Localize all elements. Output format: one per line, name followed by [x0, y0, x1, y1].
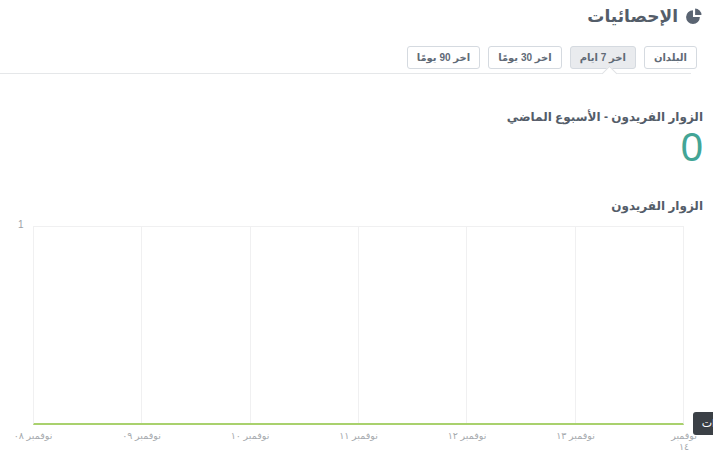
- time-range-button-2[interactable]: اخر 30 يومًا: [488, 46, 562, 69]
- summary-value: 0: [507, 126, 703, 168]
- page-header: الإحصائيات: [587, 6, 702, 27]
- time-range-button-3[interactable]: اخر 90 يومًا: [407, 46, 481, 69]
- grid-cell: [576, 227, 683, 423]
- x-axis-label: نوفمبر ١٢: [448, 430, 487, 441]
- summary-title: الزوار الفريدون - الأسبوع الماضي: [507, 110, 703, 124]
- time-range-button-1[interactable]: اخر 7 ايام: [570, 46, 636, 69]
- cutoff-tooltip[interactable]: دات: [693, 412, 713, 435]
- summary-section: الزوار الفريدون - الأسبوع الماضي 0: [507, 110, 703, 168]
- y-axis-tick: 1: [18, 219, 24, 230]
- unique-visitors-chart: 1 نوفمبر ٠٨نوفمبر ٠٩نوفمبر ١٠نوفمبر ١١نو…: [33, 226, 684, 425]
- grid-cell: [359, 227, 467, 423]
- grid-cell: [142, 227, 250, 423]
- chart-plot-area: [33, 226, 684, 425]
- chart-title: الزوار الفريدون: [611, 199, 703, 213]
- x-axis-label: نوفمبر ٠٨: [14, 430, 53, 441]
- x-axis: نوفمبر ٠٨نوفمبر ٠٩نوفمبر ١٠نوفمبر ١١نوفم…: [33, 430, 684, 456]
- x-axis-label: نوفمبر ١١: [339, 430, 378, 441]
- x-axis-label: نوفمبر ١٠: [231, 430, 270, 441]
- statistics-page: الإحصائيات البلداناخر 7 اياماخر 30 يومًا…: [0, 0, 713, 456]
- x-axis-label: نوفمبر ١٣: [556, 430, 595, 441]
- time-range-toolbar: البلداناخر 7 اياماخر 30 يومًااخر 90 يومً…: [407, 46, 697, 69]
- x-axis-label: نوفمبر ٠٩: [122, 430, 161, 441]
- toolbar-divider: [0, 73, 691, 74]
- page-title: الإحصائيات: [587, 6, 678, 27]
- grid-cell: [34, 227, 142, 423]
- time-range-button-0[interactable]: البلدان: [644, 46, 697, 69]
- grid-cell: [251, 227, 359, 423]
- pie-chart-icon: [685, 8, 702, 25]
- grid-cell: [467, 227, 575, 423]
